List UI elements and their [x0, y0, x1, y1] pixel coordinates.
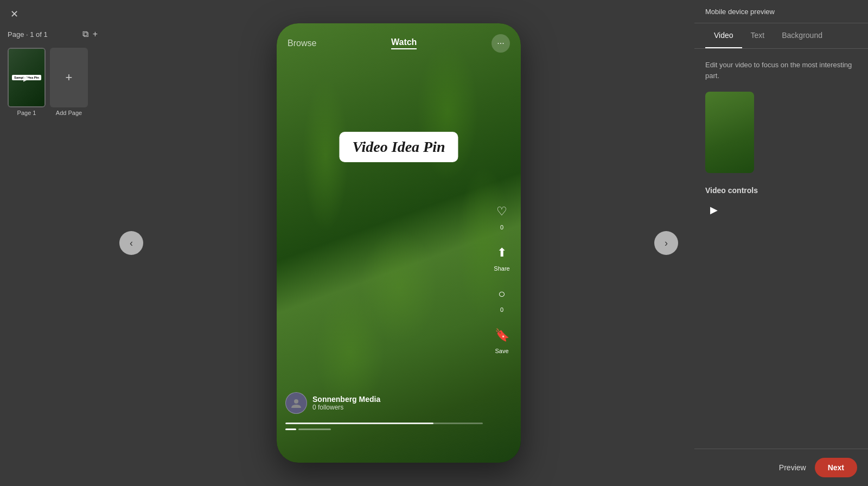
preview-button[interactable]: Preview	[779, 463, 806, 472]
add-page-label: Add Page	[50, 110, 88, 116]
right-chevron-icon: ›	[665, 238, 668, 249]
page-label: Page · 1 of 1	[8, 30, 48, 39]
tab-text[interactable]: Text	[742, 23, 774, 48]
center-area: ‹ Browse Watch ··· Video Idea Pin ♡	[103, 0, 694, 486]
page-actions: ⧉ +	[82, 29, 98, 39]
add-page-plus-icon: +	[66, 71, 73, 85]
video-controls-label: Video controls	[705, 186, 857, 195]
next-arrow-button[interactable]: ›	[654, 231, 678, 255]
progress-dots	[285, 429, 483, 430]
creator-avatar	[285, 392, 307, 414]
bottom-bar: Preview Next	[694, 449, 868, 486]
bookmark-icon: 🔖	[490, 324, 513, 347]
phone-mockup: Browse Watch ··· Video Idea Pin ♡ 0 ⬆ Sh…	[277, 23, 521, 463]
side-icons: ♡ 0 ⬆ Share ○ 0 🔖 Save	[490, 200, 513, 354]
bottom-info: Sonnenberg Media 0 followers	[285, 392, 483, 430]
page1-label: Page 1	[8, 110, 46, 116]
comment-count: 0	[500, 306, 503, 313]
creator-info: Sonnenberg Media 0 followers	[312, 395, 380, 411]
comment-button[interactable]: ○ 0	[490, 283, 513, 313]
close-button[interactable]: ✕	[5, 5, 23, 23]
right-header: Mobile device preview	[694, 0, 868, 23]
next-button[interactable]: Next	[815, 458, 857, 477]
main-progress-track	[285, 423, 483, 424]
page-thumb-1[interactable]: Sample Idea Pin ▶	[8, 48, 46, 107]
left-sidebar: ✕ Page · 1 of 1 ⧉ + Sample Idea Pin ▶ Pa…	[0, 0, 103, 486]
share-icon: ⬆	[490, 241, 513, 264]
video-thumb-bg	[705, 92, 754, 173]
creator-followers: 0 followers	[312, 404, 380, 411]
creator-row: Sonnenberg Media 0 followers	[285, 392, 483, 414]
like-count: 0	[500, 224, 503, 231]
add-page-button[interactable]: +	[93, 29, 98, 39]
thumb-inner: Sample Idea Pin ▶	[9, 49, 44, 106]
app-header: Browse Watch ···	[277, 23, 521, 58]
browse-tab[interactable]: Browse	[288, 39, 316, 48]
add-page-thumb[interactable]: +	[50, 48, 88, 107]
share-button[interactable]: ⬆ Share	[490, 241, 513, 272]
svg-point-0	[294, 399, 298, 404]
main-progress-fill	[285, 423, 433, 424]
tab-video[interactable]: Video	[705, 23, 742, 48]
comment-icon: ○	[490, 283, 513, 305]
like-button[interactable]: ♡ 0	[490, 200, 513, 231]
phone-screen: Browse Watch ··· Video Idea Pin ♡ 0 ⬆ Sh…	[277, 23, 521, 463]
duplicate-page-button[interactable]: ⧉	[82, 29, 88, 39]
page-thumbnail-container: Sample Idea Pin ▶ Page 1	[8, 48, 46, 116]
pin-title-text: Video Idea Pin	[352, 138, 445, 155]
creator-name: Sonnenberg Media	[312, 395, 380, 404]
save-button[interactable]: 🔖 Save	[490, 324, 513, 354]
thumbnails-area: Sample Idea Pin ▶ Page 1 + Add Page	[5, 46, 98, 118]
share-label: Share	[494, 265, 509, 272]
page-info-bar: Page · 1 of 1 ⧉ +	[5, 29, 98, 39]
dot-active	[285, 429, 296, 430]
pin-title-overlay: Video Idea Pin	[339, 132, 458, 162]
chat-icon-button[interactable]: ···	[492, 34, 510, 53]
video-controls-section: Video controls ▶	[705, 186, 857, 219]
play-button[interactable]: ▶	[705, 201, 723, 219]
watch-tab[interactable]: Watch	[391, 37, 417, 49]
right-content: Edit your video to focus on the most int…	[694, 49, 868, 486]
right-tabs: Video Text Background	[694, 23, 868, 49]
edit-description: Edit your video to focus on the most int…	[705, 60, 857, 81]
tab-background[interactable]: Background	[773, 23, 831, 48]
preview-title: Mobile device preview	[705, 8, 775, 16]
heart-icon: ♡	[490, 200, 513, 223]
thumb-play-icon: ▶	[23, 73, 30, 83]
add-page-container: + Add Page	[50, 48, 88, 116]
progress-bars	[285, 423, 483, 430]
dot-inactive	[298, 429, 331, 430]
right-sidebar: Mobile device preview Video Text Backgro…	[694, 0, 868, 486]
save-label: Save	[495, 348, 508, 354]
prev-arrow-button[interactable]: ‹	[119, 231, 143, 255]
video-thumbnail-preview[interactable]	[705, 92, 754, 173]
left-chevron-icon: ‹	[130, 238, 133, 249]
